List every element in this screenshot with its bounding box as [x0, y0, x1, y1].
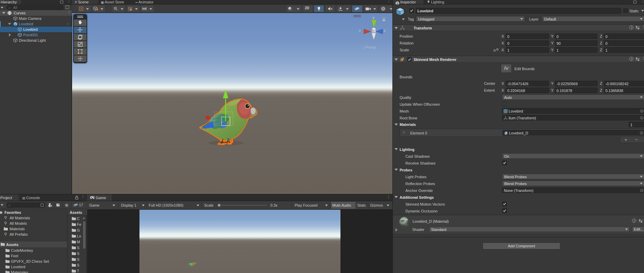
svg-text:z: z — [384, 29, 386, 32]
svg-text:Y: Y — [116, 9, 118, 11]
svg-text:x: x — [359, 29, 361, 32]
svg-text:y: y — [373, 16, 374, 20]
